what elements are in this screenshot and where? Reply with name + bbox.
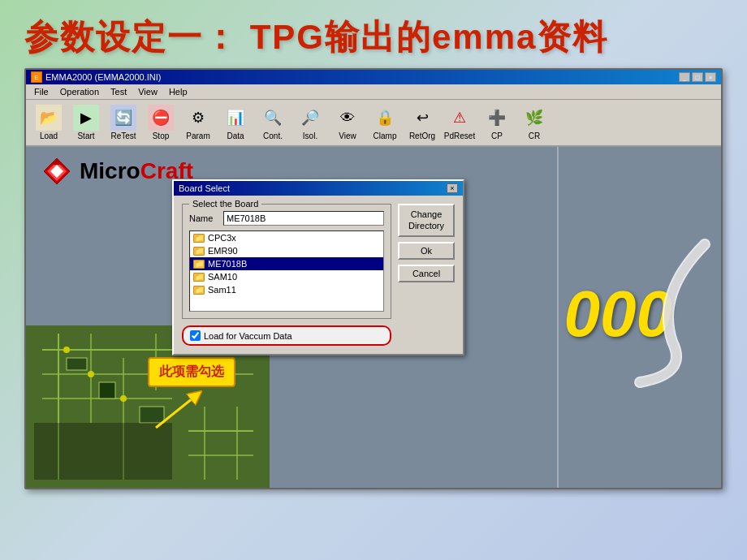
pdreset-label: PdReset (444, 131, 475, 140)
annotation-text: 此项需勾选 (148, 357, 235, 387)
load-vacuum-checkbox[interactable] (190, 330, 201, 341)
stop-icon: ⛔ (148, 105, 174, 131)
board-select-dialog: Board Select × Select the Board Name (172, 179, 464, 355)
maximize-button[interactable]: □ (692, 72, 703, 82)
data-label: Data (227, 131, 244, 140)
retorg-label: RetOrg (409, 131, 435, 140)
window-controls: _ □ × (679, 72, 716, 82)
clamp-icon: 🔒 (372, 105, 398, 131)
main-window: E EMMA2000 (EMMA2000.INI) _ □ × File Ope… (24, 68, 723, 489)
page-title: 参数设定一： TPG输出的emma资料 (0, 0, 747, 68)
menu-bar: File Operation Test View Help (26, 84, 721, 100)
list-item[interactable]: 📁 EMR90 (190, 244, 383, 257)
load-vacuum-checkbox-row: Load for Vaccum Data (182, 325, 391, 346)
menu-operation[interactable]: Operation (55, 86, 104, 97)
toolbar-start[interactable]: ▶ Start (68, 103, 104, 142)
name-label: Name (189, 213, 218, 223)
list-item[interactable]: 📁 CPC3x (190, 231, 383, 244)
toolbar-pdreset[interactable]: ⚠ PdReset (442, 103, 477, 142)
list-item[interactable]: 📁 SAM10 (190, 270, 383, 283)
annotation: 此项需勾选 (148, 357, 235, 439)
view-label: View (339, 131, 356, 140)
close-button[interactable]: × (705, 72, 716, 82)
retest-icon: 🔄 (110, 105, 136, 131)
change-directory-button[interactable]: Change Directory (398, 204, 455, 237)
toolbar-cr[interactable]: 🌿 CR (516, 103, 552, 142)
svg-line-24 (156, 395, 196, 428)
dialog-titlebar: Board Select × (174, 181, 463, 196)
folder-icon: 📁 (193, 260, 205, 269)
select-board-group: Select the Board Name 📁 (182, 204, 391, 319)
cancel-button[interactable]: Cancel (398, 265, 455, 282)
dialog-close-button[interactable]: × (447, 183, 458, 193)
toolbar-view[interactable]: 👁 View (330, 103, 365, 142)
cont-label: Cont. (263, 131, 283, 140)
dialog-side-layout: Select the Board Name 📁 (182, 204, 455, 346)
dialog-main-column: Select the Board Name 📁 (182, 204, 391, 346)
menu-test[interactable]: Test (106, 86, 132, 97)
svg-point-16 (88, 371, 94, 377)
toolbar-param[interactable]: ⚙ Param (180, 103, 216, 142)
start-icon: ▶ (73, 105, 99, 131)
view-icon: 👁 (335, 105, 361, 131)
isol-icon: 🔎 (297, 105, 323, 131)
menu-view[interactable]: View (133, 86, 162, 97)
toolbar: 📂 Load ▶ Start 🔄 ReTest ⛔ Stop ⚙ Param 📊… (26, 100, 721, 147)
toolbar-clamp[interactable]: 🔒 Clamp (367, 103, 403, 142)
load-icon: 📂 (36, 105, 62, 131)
name-row: Name (189, 211, 384, 226)
data-icon: 📊 (222, 105, 248, 131)
content-area: MicroCraft (26, 147, 721, 488)
folder-icon: 📁 (193, 247, 205, 256)
param-label: Param (186, 131, 209, 140)
name-input[interactable] (223, 211, 384, 226)
svg-rect-13 (99, 382, 115, 398)
toolbar-cp[interactable]: ➕ CP (479, 103, 515, 142)
logo-text-black: Micro (80, 158, 140, 183)
load-label: Load (40, 131, 58, 140)
toolbar-data[interactable]: 📊 Data (218, 103, 253, 142)
dialog-buttons: Change Directory Ok Cancel (398, 204, 455, 346)
retest-label: ReTest (110, 131, 136, 140)
logo-diamond-icon (42, 157, 71, 186)
file-list[interactable]: 📁 CPC3x 📁 EMR90 📁 ME7 (189, 230, 384, 312)
retorg-icon: ↩ (409, 105, 435, 131)
toolbar-load[interactable]: 📂 Load (31, 103, 67, 142)
annotation-arrow-icon (148, 387, 213, 436)
svg-point-15 (63, 347, 70, 353)
dialog-body: Select the Board Name 📁 (174, 196, 463, 354)
pdreset-icon: ⚠ (447, 105, 473, 131)
menu-help[interactable]: Help (164, 86, 192, 97)
cr-label: CR (529, 131, 540, 140)
svg-point-17 (120, 395, 127, 402)
window-title: EMMA2000 (EMMA2000.INI) (45, 72, 161, 82)
svg-rect-12 (67, 358, 87, 370)
toolbar-stop[interactable]: ⛔ Stop (143, 103, 179, 142)
menu-file[interactable]: File (29, 86, 54, 97)
ok-button[interactable]: Ok (398, 242, 455, 260)
minimize-button[interactable]: _ (679, 72, 690, 82)
list-item-selected[interactable]: 📁 ME7018B (190, 257, 383, 270)
dialog-window: Board Select × Select the Board Name (172, 179, 464, 355)
load-vacuum-label: Load for Vaccum Data (204, 331, 292, 341)
list-item[interactable]: 📁 Sam11 (190, 283, 383, 296)
isol-label: Isol. (303, 131, 317, 140)
window-icon: E (31, 71, 42, 83)
cp-icon: ➕ (484, 105, 510, 131)
stop-label: Stop (153, 131, 170, 140)
folder-icon: 📁 (193, 286, 205, 295)
param-icon: ⚙ (185, 105, 211, 131)
toolbar-retest[interactable]: 🔄 ReTest (106, 103, 141, 142)
window-titlebar: E EMMA2000 (EMMA2000.INI) _ □ × (26, 70, 721, 84)
dialog-title: Board Select (179, 183, 230, 193)
start-label: Start (77, 131, 94, 140)
group-label: Select the Board (189, 199, 261, 209)
clamp-label: Clamp (374, 131, 397, 140)
folder-icon: 📁 (193, 234, 205, 243)
folder-icon: 📁 (193, 273, 205, 282)
toolbar-retorg[interactable]: ↩ RetOrg (404, 103, 440, 142)
cr-icon: 🌿 (521, 105, 547, 131)
toolbar-cont[interactable]: 🔍 Cont. (255, 103, 291, 142)
toolbar-isol[interactable]: 🔎 Isol. (292, 103, 328, 142)
cp-label: CP (491, 131, 503, 140)
